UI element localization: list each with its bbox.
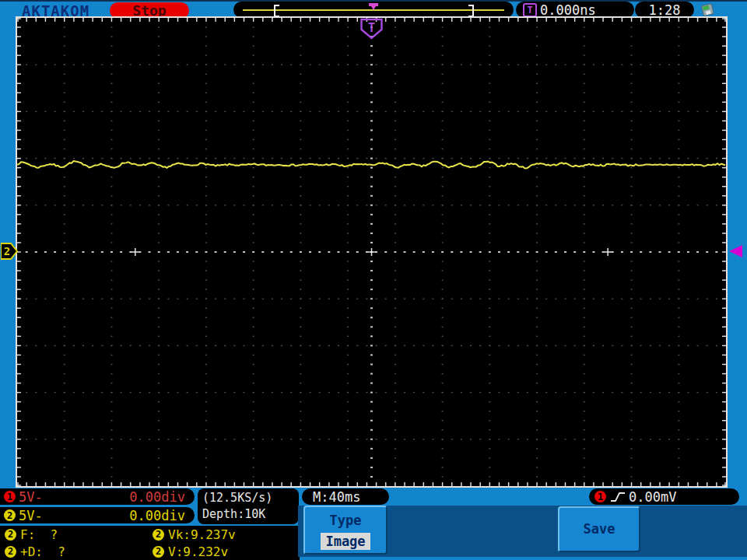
usb-disk-icon (700, 2, 717, 19)
window-left-bracket-icon (274, 5, 279, 17)
trigger-position-pointer-icon (369, 3, 378, 6)
sample-rate: (12.5KS/s) (202, 490, 299, 506)
trigger-source-badge: 1 (594, 491, 606, 502)
timebase-readout: M:40ms (302, 488, 389, 505)
measurements-panel: 2 F: ? 2 Vk:9.237v 2 +D: ? 2 V:9.232v (0, 526, 300, 560)
measurement-duty: 2 +D: ? (0, 543, 148, 560)
svg-text:T: T (368, 21, 375, 35)
type-menu-title: Type (305, 513, 386, 528)
trigger-level-value: 0.00mV (629, 489, 676, 505)
measurement-vk: 2 Vk:9.237v (148, 526, 300, 543)
channel1-offset: 0.00div (129, 489, 185, 505)
record-depth: Depth:10K (202, 506, 299, 523)
channel2-badge: 2 (4, 509, 16, 521)
type-menu-button[interactable]: Type Image (303, 506, 388, 555)
clock-readout: 1:28 (635, 2, 694, 18)
channel1-badge: 1 (4, 491, 16, 502)
graticule-display: T (17, 18, 726, 486)
window-right-bracket-icon (468, 5, 474, 17)
channel2-offset: 0.00div (129, 508, 185, 523)
channel1-status: 1 5V- 0.00div (0, 488, 195, 505)
trigger-offset-value: 0.000ns (540, 2, 596, 18)
measurement-value: F: ? (20, 527, 58, 542)
measurement-channel-badge: 2 (5, 546, 16, 558)
trigger-position-bar (233, 2, 514, 18)
measurement-value: +D: ? (20, 544, 65, 559)
channel2-position-marker: 2 (1, 242, 18, 261)
trigger-offset-readout: T 0.000ns (516, 2, 634, 18)
channel2-marker-label: 2 (4, 245, 10, 257)
oscilloscope-screen: AKTAKOM Stop T 0.000ns 1:28 T 2 1 5V- 0.… (0, 0, 747, 560)
save-button[interactable]: Save (558, 506, 640, 552)
brand-label: AKTAKOM (22, 2, 89, 19)
measurement-channel-badge: 2 (153, 529, 164, 541)
type-option-selected[interactable]: Image (321, 533, 370, 550)
measurement-channel-badge: 2 (153, 546, 164, 558)
measurement-value: Vk:9.237v (168, 527, 236, 542)
soft-menu-strip: Type Image Save (298, 506, 747, 557)
scope-canvas: T (17, 18, 726, 486)
trigger-level-readout: 1 0.00mV (589, 488, 739, 505)
measurement-channel-badge: 2 (5, 529, 16, 541)
measurement-frequency: 2 F: ? (0, 526, 148, 543)
measurement-value: V:9.232v (168, 544, 228, 559)
run-state-indicator: Stop (110, 2, 189, 19)
acquisition-readout: (12.5KS/s) Depth:10K (198, 488, 299, 524)
channel1-volts-div: 5V- (19, 489, 43, 505)
channel2-status: 2 5V- 0.00div (0, 507, 195, 523)
channel2-volts-div: 5V- (19, 508, 43, 523)
trigger-t-icon: T (523, 3, 537, 17)
measurement-voltage: 2 V:9.232v (148, 543, 300, 560)
rising-edge-icon (610, 491, 626, 503)
trigger-level-arrow-icon (729, 245, 742, 257)
